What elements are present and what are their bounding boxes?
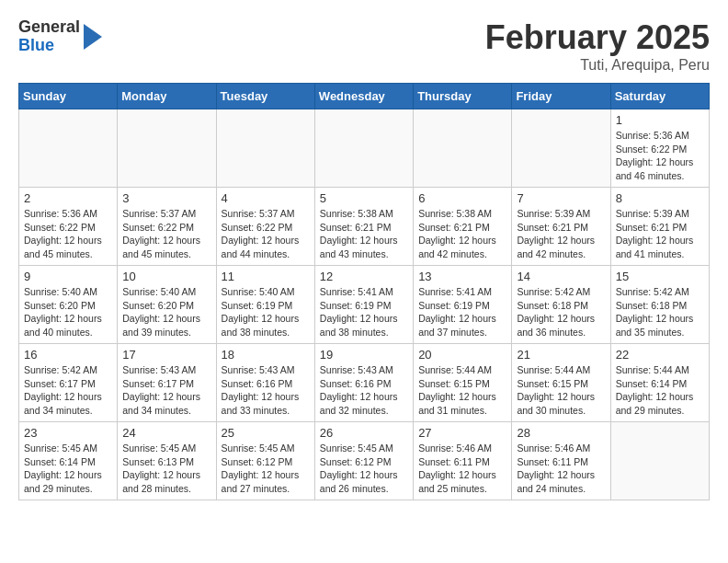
calendar-cell: 22Sunrise: 5:44 AM Sunset: 6:14 PM Dayli…: [610, 344, 709, 422]
day-number: 12: [320, 270, 408, 283]
calendar-cell: [314, 109, 413, 188]
day-info: Sunrise: 5:40 AM Sunset: 6:20 PM Dayligh…: [24, 285, 112, 339]
day-info: Sunrise: 5:40 AM Sunset: 6:19 PM Dayligh…: [222, 285, 310, 339]
calendar-cell: 26Sunrise: 5:45 AM Sunset: 6:12 PM Dayli…: [314, 422, 413, 500]
day-info: Sunrise: 5:43 AM Sunset: 6:16 PM Dayligh…: [222, 363, 310, 418]
day-info: Sunrise: 5:43 AM Sunset: 6:16 PM Dayligh…: [320, 363, 408, 418]
day-number: 24: [122, 426, 210, 440]
day-info: Sunrise: 5:45 AM Sunset: 6:14 PM Dayligh…: [24, 442, 112, 496]
week-row-3: 9Sunrise: 5:40 AM Sunset: 6:20 PM Daylig…: [19, 266, 710, 344]
day-number: 18: [222, 348, 310, 362]
week-row-1: 1Sunrise: 5:36 AM Sunset: 6:22 PM Daylig…: [19, 109, 710, 188]
weekday-header-tuesday: Tuesday: [216, 84, 314, 109]
week-row-5: 23Sunrise: 5:45 AM Sunset: 6:14 PM Dayli…: [19, 422, 710, 500]
calendar-cell: 25Sunrise: 5:45 AM Sunset: 6:12 PM Dayli…: [216, 422, 314, 500]
logo: General Blue: [18, 18, 102, 55]
day-info: Sunrise: 5:44 AM Sunset: 6:15 PM Dayligh…: [517, 363, 605, 418]
day-info: Sunrise: 5:44 AM Sunset: 6:15 PM Dayligh…: [418, 363, 506, 418]
day-number: 5: [320, 191, 408, 205]
day-number: 7: [517, 191, 605, 205]
day-info: Sunrise: 5:36 AM Sunset: 6:22 PM Dayligh…: [24, 207, 112, 261]
calendar-cell: 10Sunrise: 5:40 AM Sunset: 6:20 PM Dayli…: [118, 266, 216, 344]
calendar-cell: 18Sunrise: 5:43 AM Sunset: 6:16 PM Dayli…: [216, 344, 314, 422]
calendar-table: SundayMondayTuesdayWednesdayThursdayFrid…: [18, 83, 710, 500]
day-number: 14: [517, 270, 605, 283]
calendar-cell: 17Sunrise: 5:43 AM Sunset: 6:17 PM Dayli…: [118, 344, 216, 422]
day-info: Sunrise: 5:37 AM Sunset: 6:22 PM Dayligh…: [222, 207, 310, 261]
day-info: Sunrise: 5:46 AM Sunset: 6:11 PM Dayligh…: [418, 442, 506, 496]
day-info: Sunrise: 5:39 AM Sunset: 6:21 PM Dayligh…: [517, 207, 605, 261]
day-number: 28: [517, 426, 605, 440]
day-number: 4: [222, 191, 310, 205]
calendar-cell: 21Sunrise: 5:44 AM Sunset: 6:15 PM Dayli…: [512, 344, 610, 422]
day-number: 26: [320, 426, 408, 440]
day-number: 13: [418, 270, 506, 283]
day-info: Sunrise: 5:42 AM Sunset: 6:18 PM Dayligh…: [517, 285, 605, 339]
day-number: 19: [320, 348, 408, 362]
day-info: Sunrise: 5:38 AM Sunset: 6:21 PM Dayligh…: [320, 207, 408, 261]
logo-text: General Blue: [18, 18, 80, 55]
day-info: Sunrise: 5:45 AM Sunset: 6:13 PM Dayligh…: [122, 442, 210, 496]
day-info: Sunrise: 5:38 AM Sunset: 6:21 PM Dayligh…: [418, 207, 506, 261]
day-info: Sunrise: 5:45 AM Sunset: 6:12 PM Dayligh…: [222, 442, 310, 496]
weekday-header-monday: Monday: [118, 84, 216, 109]
day-info: Sunrise: 5:39 AM Sunset: 6:21 PM Dayligh…: [616, 207, 704, 261]
day-number: 20: [418, 348, 506, 362]
calendar-cell: 14Sunrise: 5:42 AM Sunset: 6:18 PM Dayli…: [512, 266, 610, 344]
day-info: Sunrise: 5:37 AM Sunset: 6:22 PM Dayligh…: [122, 207, 210, 261]
day-info: Sunrise: 5:42 AM Sunset: 6:17 PM Dayligh…: [24, 363, 112, 418]
day-number: 17: [122, 348, 210, 362]
weekday-header-friday: Friday: [512, 84, 610, 109]
calendar-cell: 13Sunrise: 5:41 AM Sunset: 6:19 PM Dayli…: [414, 266, 512, 344]
weekday-header-thursday: Thursday: [414, 84, 512, 109]
calendar-cell: 9Sunrise: 5:40 AM Sunset: 6:20 PM Daylig…: [19, 266, 118, 344]
day-info: Sunrise: 5:43 AM Sunset: 6:17 PM Dayligh…: [122, 363, 210, 418]
calendar-cell: 3Sunrise: 5:37 AM Sunset: 6:22 PM Daylig…: [118, 188, 216, 266]
day-info: Sunrise: 5:41 AM Sunset: 6:19 PM Dayligh…: [418, 285, 506, 339]
weekday-header-wednesday: Wednesday: [314, 84, 413, 109]
day-number: 2: [24, 191, 112, 205]
day-number: 3: [122, 191, 210, 205]
week-row-2: 2Sunrise: 5:36 AM Sunset: 6:22 PM Daylig…: [19, 188, 710, 266]
day-number: 10: [122, 270, 210, 283]
location-title: Tuti, Arequipa, Peru: [485, 57, 710, 74]
day-number: 6: [418, 191, 506, 205]
weekday-header-saturday: Saturday: [610, 84, 709, 109]
day-number: 11: [222, 270, 310, 283]
calendar-cell: 28Sunrise: 5:46 AM Sunset: 6:11 PM Dayli…: [512, 422, 610, 500]
month-title: February 2025: [485, 18, 710, 57]
day-number: 15: [616, 270, 704, 283]
calendar-cell: 24Sunrise: 5:45 AM Sunset: 6:13 PM Dayli…: [118, 422, 216, 500]
day-info: Sunrise: 5:41 AM Sunset: 6:19 PM Dayligh…: [320, 285, 408, 339]
calendar-cell: 19Sunrise: 5:43 AM Sunset: 6:16 PM Dayli…: [314, 344, 413, 422]
calendar-cell: 2Sunrise: 5:36 AM Sunset: 6:22 PM Daylig…: [19, 188, 118, 266]
calendar-cell: 27Sunrise: 5:46 AM Sunset: 6:11 PM Dayli…: [414, 422, 512, 500]
calendar-cell: [19, 109, 118, 188]
svg-marker-0: [84, 24, 102, 50]
calendar-cell: 12Sunrise: 5:41 AM Sunset: 6:19 PM Dayli…: [314, 266, 413, 344]
calendar-cell: [414, 109, 512, 188]
day-info: Sunrise: 5:40 AM Sunset: 6:20 PM Dayligh…: [122, 285, 210, 339]
day-info: Sunrise: 5:46 AM Sunset: 6:11 PM Dayligh…: [517, 442, 605, 496]
day-number: 27: [418, 426, 506, 440]
calendar-cell: [512, 109, 610, 188]
logo-general: General: [18, 18, 80, 37]
day-info: Sunrise: 5:44 AM Sunset: 6:14 PM Dayligh…: [616, 363, 704, 418]
calendar-cell: 1Sunrise: 5:36 AM Sunset: 6:22 PM Daylig…: [610, 109, 709, 188]
calendar-cell: 20Sunrise: 5:44 AM Sunset: 6:15 PM Dayli…: [414, 344, 512, 422]
weekday-header-row: SundayMondayTuesdayWednesdayThursdayFrid…: [19, 84, 710, 109]
calendar-cell: 6Sunrise: 5:38 AM Sunset: 6:21 PM Daylig…: [414, 188, 512, 266]
day-number: 9: [24, 270, 112, 283]
day-info: Sunrise: 5:42 AM Sunset: 6:18 PM Dayligh…: [616, 285, 704, 339]
day-number: 25: [222, 426, 310, 440]
calendar-cell: 23Sunrise: 5:45 AM Sunset: 6:14 PM Dayli…: [19, 422, 118, 500]
day-number: 1: [616, 113, 704, 127]
calendar-cell: [118, 109, 216, 188]
calendar-cell: [610, 422, 709, 500]
calendar-cell: 8Sunrise: 5:39 AM Sunset: 6:21 PM Daylig…: [610, 188, 709, 266]
calendar-cell: 4Sunrise: 5:37 AM Sunset: 6:22 PM Daylig…: [216, 188, 314, 266]
calendar-cell: 5Sunrise: 5:38 AM Sunset: 6:21 PM Daylig…: [314, 188, 413, 266]
day-number: 22: [616, 348, 704, 362]
day-info: Sunrise: 5:36 AM Sunset: 6:22 PM Dayligh…: [616, 129, 704, 183]
day-number: 8: [616, 191, 704, 205]
